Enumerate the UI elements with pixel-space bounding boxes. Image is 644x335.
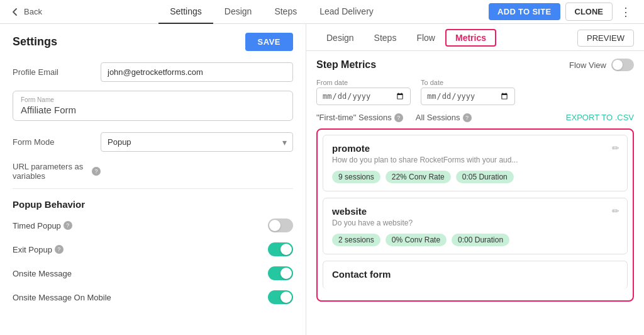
sec-tab-metrics[interactable]: Metrics bbox=[445, 29, 496, 47]
right-panel: Design Steps Flow Metrics PREVIEW Step M… bbox=[306, 24, 644, 335]
metrics-card-website: ✏ website Do you have a website? 2 sessi… bbox=[323, 198, 628, 254]
form-mode-row: Form Mode Popup Inline Modal ▾ bbox=[0, 127, 306, 157]
left-header: Settings SAVE bbox=[0, 24, 306, 57]
from-date-input[interactable] bbox=[316, 88, 411, 105]
website-desc: Do you have a website? bbox=[332, 219, 618, 227]
metrics-card-promote: ✏ promote How do you plan to share Rocke… bbox=[323, 135, 628, 191]
onsite-mobile-label: Onsite Message On Mobile bbox=[13, 293, 111, 302]
to-date-input[interactable] bbox=[421, 88, 515, 105]
more-options-button[interactable]: ⋮ bbox=[618, 5, 634, 19]
nav-tabs: Settings Design Steps Lead Delivery bbox=[55, 0, 489, 24]
form-mode-control: Popup Inline Modal ▾ bbox=[101, 132, 293, 152]
timed-popup-knob bbox=[269, 220, 280, 231]
session-row: "First-time" Sessions ? All Sessions ? E… bbox=[316, 113, 634, 122]
metrics-card-contact: Contact form bbox=[323, 261, 628, 289]
onsite-mobile-row: Onsite Message On Mobile bbox=[0, 285, 306, 309]
divider-1 bbox=[13, 188, 293, 189]
form-name-label: Form Name bbox=[21, 96, 285, 103]
metrics-title: Step Metrics bbox=[316, 59, 376, 71]
metrics-top: Step Metrics Flow View bbox=[316, 59, 634, 71]
exit-popup-help-icon[interactable]: ? bbox=[55, 245, 64, 254]
sec-tab-steps[interactable]: Steps bbox=[364, 29, 407, 50]
sec-tabs: Design Steps Flow Metrics PREVIEW bbox=[306, 24, 644, 51]
add-to-site-button[interactable]: ADD TO SITE bbox=[489, 3, 560, 20]
url-params-label: URL parameters as variables ? bbox=[13, 162, 101, 181]
form-mode-select[interactable]: Popup Inline Modal bbox=[101, 132, 293, 152]
promote-title: promote bbox=[332, 143, 618, 154]
exit-popup-toggle[interactable] bbox=[268, 242, 293, 256]
first-time-sessions-label: "First-time" Sessions ? bbox=[316, 113, 403, 122]
export-link[interactable]: EXPORT TO .CSV bbox=[566, 113, 634, 122]
sec-tabs-left: Design Steps Flow Metrics bbox=[316, 29, 496, 50]
nav-tab-lead-delivery[interactable]: Lead Delivery bbox=[308, 0, 385, 24]
timed-popup-toggle[interactable] bbox=[268, 219, 293, 232]
url-params-row: URL parameters as variables ? bbox=[0, 157, 306, 186]
website-edit-icon[interactable]: ✏ bbox=[612, 206, 619, 216]
all-sessions-help-icon[interactable]: ? bbox=[463, 113, 472, 122]
metrics-cards-container: ✏ promote How do you plan to share Rocke… bbox=[316, 128, 634, 302]
nav-tab-settings[interactable]: Settings bbox=[158, 0, 213, 24]
nav-tab-steps[interactable]: Steps bbox=[263, 0, 308, 24]
promote-edit-icon[interactable]: ✏ bbox=[612, 143, 619, 153]
profile-email-input[interactable] bbox=[101, 62, 293, 82]
flow-view-toggle[interactable] bbox=[611, 59, 634, 71]
exit-popup-row: Exit Popup ? bbox=[0, 237, 306, 261]
main-layout: Settings SAVE Profile Email Form Name Af… bbox=[0, 24, 644, 335]
form-mode-select-wrap: Popup Inline Modal ▾ bbox=[101, 132, 293, 152]
to-date-label: To date bbox=[421, 79, 515, 86]
profile-email-label: Profile Email bbox=[13, 67, 101, 77]
url-params-help-icon[interactable]: ? bbox=[92, 167, 101, 176]
website-badges: 2 sessions 0% Conv Rate 0:00 Duration bbox=[332, 234, 618, 246]
exit-popup-knob bbox=[280, 244, 292, 255]
from-date-label: From date bbox=[316, 79, 411, 86]
promote-badge-1: 22% Conv Rate bbox=[386, 171, 451, 183]
timed-popup-label: Timed Popup ? bbox=[13, 221, 72, 230]
form-name-box: Form Name Affiliate Form bbox=[13, 91, 293, 121]
nav-tab-design[interactable]: Design bbox=[213, 0, 264, 24]
timed-popup-row: Timed Popup ? bbox=[0, 213, 306, 237]
back-arrow-icon bbox=[10, 7, 20, 17]
preview-button[interactable]: PREVIEW bbox=[577, 30, 634, 47]
onsite-message-knob bbox=[280, 268, 292, 279]
profile-email-control bbox=[101, 62, 293, 82]
promote-badge-0: 9 sessions bbox=[332, 171, 380, 183]
popup-behavior-title: Popup Behavior bbox=[0, 191, 306, 213]
all-sessions-label: All Sessions ? bbox=[416, 113, 472, 122]
to-date-field: To date bbox=[421, 79, 515, 105]
first-time-help-icon[interactable]: ? bbox=[394, 113, 403, 122]
contact-title: Contact form bbox=[332, 269, 618, 280]
website-badge-0: 2 sessions bbox=[332, 234, 380, 246]
profile-email-row: Profile Email bbox=[0, 57, 306, 87]
exit-popup-label: Exit Popup ? bbox=[13, 245, 64, 254]
left-panel: Settings SAVE Profile Email Form Name Af… bbox=[0, 24, 306, 335]
website-badge-1: 0% Conv Rate bbox=[386, 234, 447, 246]
website-badge-2: 0:00 Duration bbox=[452, 234, 509, 246]
form-mode-label: Form Mode bbox=[13, 137, 101, 147]
back-button[interactable]: Back bbox=[10, 7, 42, 17]
metrics-area: Step Metrics Flow View From date To date bbox=[306, 51, 644, 309]
clone-button[interactable]: CLONE bbox=[565, 3, 613, 21]
from-date-field: From date bbox=[316, 79, 411, 105]
sec-tab-flow[interactable]: Flow bbox=[406, 29, 445, 50]
onsite-message-row: Onsite Message bbox=[0, 261, 306, 285]
form-name-value: Affiliate Form bbox=[21, 105, 285, 115]
onsite-mobile-knob bbox=[280, 292, 292, 303]
flow-view-knob bbox=[613, 60, 623, 70]
top-nav: Back Settings Design Steps Lead Delivery… bbox=[0, 0, 644, 24]
website-title: website bbox=[332, 206, 618, 217]
flow-view: Flow View bbox=[569, 59, 634, 71]
left-panel-title: Settings bbox=[13, 35, 57, 48]
promote-badge-2: 0:05 Duration bbox=[456, 171, 514, 183]
date-row: From date To date bbox=[316, 79, 634, 105]
promote-badges: 9 sessions 22% Conv Rate 0:05 Duration bbox=[332, 171, 618, 183]
save-button[interactable]: SAVE bbox=[245, 33, 293, 51]
timed-popup-help-icon[interactable]: ? bbox=[64, 221, 72, 230]
flow-view-label: Flow View bbox=[569, 60, 606, 70]
sec-tab-design[interactable]: Design bbox=[316, 29, 364, 50]
back-label: Back bbox=[24, 7, 42, 16]
onsite-message-toggle[interactable] bbox=[268, 266, 293, 280]
nav-actions: ADD TO SITE CLONE ⋮ bbox=[489, 3, 634, 21]
promote-desc: How do you plan to share RocketForms wit… bbox=[332, 156, 618, 164]
onsite-mobile-toggle[interactable] bbox=[268, 290, 293, 304]
onsite-message-label: Onsite Message bbox=[13, 269, 72, 278]
